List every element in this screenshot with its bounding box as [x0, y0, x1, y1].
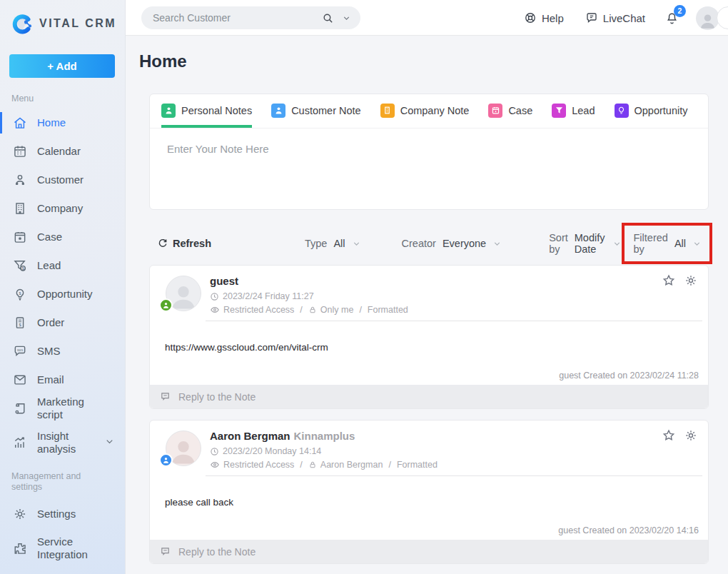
brand-name: VITAL CRM [39, 17, 116, 30]
refresh-icon [157, 238, 168, 249]
notification-count-badge: 2 [674, 5, 686, 17]
sidebar-item-lead[interactable]: $ Lead [0, 251, 125, 280]
tab-company-note[interactable]: Company Note [380, 94, 470, 128]
sort-by-dropdown[interactable]: Sort by Modify Date [549, 232, 621, 255]
main-content: Home Personal Notes Customer Note [126, 36, 728, 574]
livechat-icon [585, 11, 598, 24]
refresh-button[interactable]: Refresh [157, 238, 211, 249]
sidebar-item-case[interactable]: Case [0, 223, 125, 251]
management-section-label: Management and settings [0, 471, 93, 493]
chevron-down-icon [692, 239, 702, 248]
sidebar-item-company[interactable]: Company [0, 194, 125, 223]
note-input[interactable] [150, 129, 708, 208]
note-type-badge-icon [159, 453, 173, 467]
chevron-down-icon [352, 239, 361, 248]
help-button[interactable]: Help [524, 11, 564, 24]
note-created-info: guest Created on 2023/02/20 14:16 [150, 525, 708, 540]
note-settings-gear-icon[interactable] [684, 273, 698, 288]
lock-icon [308, 306, 317, 314]
company-icon [13, 201, 27, 216]
sidebar: VITAL CRM + Add Menu Home Calendar [0, 0, 126, 574]
svg-text:SMS: SMS [17, 348, 24, 352]
note-datetime: 2023/2/20 Monday 14:14 [210, 446, 321, 456]
sidebar-item-sms[interactable]: SMS SMS [0, 337, 125, 366]
home-icon [13, 116, 27, 130]
vital-crm-app: VITAL CRM + Add Menu Home Calendar [0, 0, 728, 574]
chevron-down-icon [104, 436, 115, 449]
comment-icon [160, 546, 171, 557]
add-button[interactable]: + Add [9, 54, 115, 78]
note-tabs: Personal Notes Customer Note Company Not… [150, 94, 708, 129]
sidebar-item-calendar[interactable]: Calendar [0, 137, 125, 166]
note-header: Aaron BergmanKinnamplus 2023/2/20 Monday… [150, 421, 708, 475]
note-content: please call back [150, 476, 708, 525]
sidebar-menu-management: Settings Service Integration [0, 500, 125, 568]
help-icon [524, 11, 537, 24]
filtered-by-dropdown-highlighted[interactable]: Filtered by All [622, 223, 712, 264]
menu-section-label: Menu [0, 94, 125, 104]
note-card-guest: guest 2023/2/24 Friday 11:27 Restricted … [149, 265, 709, 409]
search-icon[interactable] [322, 12, 334, 24]
notes-filter-bar: Refresh Type All Creator Everyone Sort b… [149, 227, 709, 260]
note-actions [662, 273, 698, 288]
search-scope-chevron-icon[interactable] [342, 14, 351, 23]
star-icon[interactable] [662, 273, 676, 288]
note-created-info: guest Created on 2023/02/24 11:28 [150, 371, 708, 385]
tab-opportunity[interactable]: Opportunity [615, 94, 688, 128]
note-card-aaron-bergman: Aaron BergmanKinnamplus 2023/2/20 Monday… [149, 420, 709, 564]
svg-text:$: $ [22, 266, 24, 271]
lock-icon [308, 460, 317, 469]
note-datetime: 2023/2/24 Friday 11:27 [210, 291, 314, 301]
reply-to-note-input[interactable]: Reply to the Note [150, 385, 708, 408]
sidebar-item-opportunity[interactable]: $ Opportunity [0, 280, 125, 308]
sidebar-item-home[interactable]: Home [0, 109, 125, 137]
star-icon[interactable] [662, 428, 676, 443]
livechat-button[interactable]: LiveChat [585, 11, 645, 24]
sidebar-item-customer[interactable]: Customer [0, 166, 125, 194]
sidebar-item-email[interactable]: Email [0, 366, 125, 394]
brand-logo: VITAL CRM [0, 0, 125, 36]
note-access-info: Restricted Access / Only me / Formatted [210, 305, 408, 315]
eye-icon [210, 460, 220, 470]
note-actions [662, 428, 698, 443]
note-content: https://www.gsscloud.com/en/vital-crm [150, 321, 708, 371]
search-input[interactable] [153, 12, 322, 24]
clock-icon [210, 447, 219, 456]
customer-search[interactable] [141, 6, 360, 29]
note-type-badge-icon [159, 298, 173, 312]
type-filter-dropdown[interactable]: Type All [305, 238, 361, 249]
opportunity-tab-icon [615, 104, 629, 118]
creator-filter-dropdown[interactable]: Creator Everyone [402, 238, 502, 249]
topbar: Help LiveChat 2 [126, 0, 728, 36]
personal-notes-icon [161, 104, 176, 118]
note-author-name: guest [210, 275, 242, 287]
sidebar-item-order[interactable]: $ Order [0, 308, 125, 337]
sms-icon: SMS [13, 344, 27, 358]
tab-customer-note[interactable]: Customer Note [271, 94, 361, 128]
svg-text:$: $ [19, 291, 21, 296]
note-composer-panel: Personal Notes Customer Note Company Not… [149, 94, 709, 210]
notifications-button[interactable]: 2 [665, 11, 679, 25]
chevron-down-icon [612, 239, 622, 248]
opportunity-bulb-icon: $ [13, 287, 27, 301]
eye-icon [210, 305, 220, 315]
case-icon [13, 230, 27, 244]
comment-icon [160, 391, 171, 402]
insight-analysis-icon [13, 435, 27, 450]
chevron-down-icon [492, 239, 502, 248]
note-settings-gear-icon[interactable] [684, 428, 698, 443]
company-note-icon [380, 104, 395, 118]
reply-to-note-input[interactable]: Reply to the Note [150, 540, 708, 563]
sidebar-item-service-integration[interactable]: Service Integration [0, 528, 125, 568]
sidebar-item-marketing-script[interactable]: Marketing script [0, 394, 125, 423]
tab-lead[interactable]: Lead [552, 94, 595, 128]
sidebar-item-settings[interactable]: Settings [0, 500, 125, 528]
note-author-name: Aaron BergmanKinnamplus [210, 430, 355, 442]
sidebar-item-insight-analysis[interactable]: Insight analysis [0, 423, 125, 463]
customer-icon [13, 173, 27, 187]
lead-tab-icon [552, 104, 566, 118]
tab-case[interactable]: Case [488, 94, 532, 128]
tab-personal-notes[interactable]: Personal Notes [161, 94, 252, 128]
puzzle-icon [13, 541, 27, 555]
sidebar-menu: Home Calendar Customer Company [0, 109, 125, 463]
